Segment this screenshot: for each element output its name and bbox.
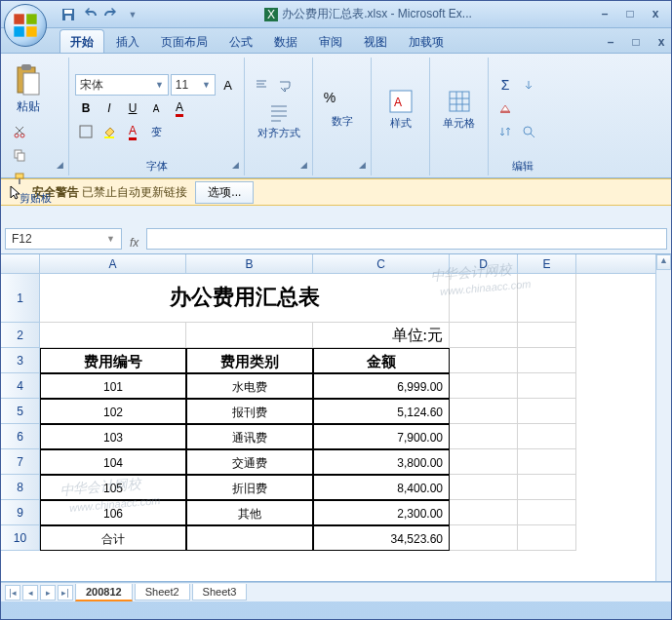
doc-maximize-button[interactable]: □ xyxy=(626,35,646,51)
close-button[interactable]: x xyxy=(646,7,665,22)
colhead-A[interactable]: A xyxy=(40,254,186,273)
spreadsheet-grid[interactable]: A B C D E 1 办公费用汇总表 2 单位:元 3 xyxy=(1,254,671,582)
cell-id[interactable]: 102 xyxy=(40,399,186,424)
cell-title[interactable]: 办公费用汇总表 xyxy=(40,274,450,323)
save-icon[interactable] xyxy=(59,6,77,23)
fill-icon[interactable] xyxy=(518,74,539,96)
cell-amount[interactable]: 6,999.00 xyxy=(313,373,450,399)
prev-sheet-icon[interactable]: ◂ xyxy=(22,585,38,601)
italic-button[interactable]: I xyxy=(99,97,120,119)
percent-button[interactable]: % xyxy=(319,87,340,108)
cell-amount[interactable]: 8,400.00 xyxy=(313,475,450,500)
rowhead-4[interactable]: 4 xyxy=(1,373,40,399)
tab-data[interactable]: 数据 xyxy=(264,30,307,53)
font-size-combo[interactable]: 11▼ xyxy=(171,74,216,96)
cell-unit[interactable]: 单位:元 xyxy=(313,323,450,348)
cells-button[interactable]: 单元格 xyxy=(436,85,482,135)
rowhead-1[interactable]: 1 xyxy=(1,274,40,323)
tab-review[interactable]: 审阅 xyxy=(309,30,352,53)
tab-formulas[interactable]: 公式 xyxy=(219,30,262,53)
clear-icon[interactable] xyxy=(494,97,516,119)
clipboard-launcher-icon[interactable]: ◢ xyxy=(53,160,66,174)
doc-minimize-button[interactable]: – xyxy=(601,35,620,51)
rowhead-10[interactable]: 10 xyxy=(1,525,40,551)
colhead-E[interactable]: E xyxy=(518,254,576,273)
select-all-corner[interactable] xyxy=(1,254,40,273)
sort-filter-icon[interactable] xyxy=(494,121,516,142)
font-name-combo[interactable]: 宋体▼ xyxy=(75,74,169,96)
tab-view[interactable]: 视图 xyxy=(354,30,397,53)
sheet-tab-sheet3[interactable]: Sheet3 xyxy=(192,584,248,601)
shrink-font-icon[interactable]: A xyxy=(145,97,167,119)
grow-font-icon[interactable]: A xyxy=(217,74,238,96)
rowhead-9[interactable]: 9 xyxy=(1,500,40,525)
header-category[interactable]: 费用类别 xyxy=(186,348,313,373)
colhead-B[interactable]: B xyxy=(186,254,313,273)
font-launcher-icon[interactable]: ◢ xyxy=(228,160,242,174)
cell-total-label[interactable]: 合计 xyxy=(40,525,186,551)
rowhead-6[interactable]: 6 xyxy=(1,424,40,449)
autosum-button[interactable]: Σ xyxy=(494,74,516,96)
cell-id[interactable]: 101 xyxy=(40,373,186,399)
cell-id[interactable]: 103 xyxy=(40,424,186,449)
font-color-icon[interactable]: A xyxy=(169,97,190,119)
next-sheet-icon[interactable]: ▸ xyxy=(40,585,56,601)
colhead-C[interactable]: C xyxy=(313,254,450,273)
security-options-button[interactable]: 选项... xyxy=(195,181,254,204)
underline-button[interactable]: U xyxy=(122,97,143,119)
tab-home[interactable]: 开始 xyxy=(59,29,104,53)
cell-category[interactable]: 报刊费 xyxy=(186,399,313,424)
cell-amount[interactable]: 5,124.60 xyxy=(313,399,450,424)
fx-icon[interactable]: fx xyxy=(126,236,142,250)
cell-total-amount[interactable]: 34,523.60 xyxy=(313,525,450,551)
rowhead-7[interactable]: 7 xyxy=(1,449,40,475)
cell-category[interactable]: 其他 xyxy=(186,500,313,525)
align-launcher-icon[interactable]: ◢ xyxy=(296,160,310,174)
cell-category[interactable]: 通讯费 xyxy=(186,424,313,449)
cell-amount[interactable]: 3,800.00 xyxy=(313,449,450,475)
styles-button[interactable]: A 样式 xyxy=(377,85,423,135)
cut-icon[interactable] xyxy=(9,121,30,142)
font-color-2-icon[interactable]: A xyxy=(122,121,143,142)
tab-insert[interactable]: 插入 xyxy=(106,30,149,53)
rowhead-2[interactable]: 2 xyxy=(1,323,40,348)
cell-id[interactable]: 105 xyxy=(40,475,186,500)
tab-addins[interactable]: 加载项 xyxy=(399,30,454,53)
cell-category[interactable]: 折旧费 xyxy=(186,475,313,500)
alignment-button[interactable]: 对齐方式 xyxy=(251,98,306,144)
colhead-D[interactable]: D xyxy=(450,254,518,273)
cell-amount[interactable]: 7,900.00 xyxy=(313,424,450,449)
format-painter-icon[interactable] xyxy=(9,168,30,189)
undo-icon[interactable] xyxy=(81,6,99,23)
header-id[interactable]: 费用编号 xyxy=(40,348,186,373)
cell-category[interactable]: 交通费 xyxy=(186,449,313,475)
scroll-up-icon[interactable]: ▲ xyxy=(656,254,671,270)
first-sheet-icon[interactable]: |◂ xyxy=(5,585,20,601)
sheet-tab-200812[interactable]: 200812 xyxy=(75,584,133,601)
find-icon[interactable] xyxy=(518,121,539,142)
minimize-button[interactable]: – xyxy=(595,7,614,22)
copy-icon[interactable] xyxy=(9,144,30,166)
rowhead-5[interactable]: 5 xyxy=(1,399,40,424)
qat-dropdown-icon[interactable]: ▼ xyxy=(124,6,141,23)
wrap-text-icon[interactable] xyxy=(274,75,296,97)
cell-category[interactable]: 水电费 xyxy=(186,373,313,399)
vertical-scrollbar[interactable]: ▲ xyxy=(655,254,671,581)
paste-button[interactable]: 粘贴 xyxy=(9,59,48,119)
number-format-button[interactable]: 数字 xyxy=(319,110,365,133)
align-top-icon[interactable] xyxy=(251,75,272,97)
rowhead-8[interactable]: 8 xyxy=(1,475,40,500)
redo-icon[interactable] xyxy=(102,6,120,23)
phonetic-icon[interactable]: 变 xyxy=(145,121,167,142)
cell-amount[interactable]: 2,300.00 xyxy=(313,500,450,525)
number-launcher-icon[interactable]: ◢ xyxy=(355,160,369,174)
name-box[interactable]: F12▼ xyxy=(5,228,122,250)
cell-id[interactable]: 106 xyxy=(40,500,186,525)
last-sheet-icon[interactable]: ▸| xyxy=(58,585,73,601)
cell-id[interactable]: 104 xyxy=(40,449,186,475)
bold-button[interactable]: B xyxy=(75,97,97,119)
header-amount[interactable]: 金额 xyxy=(313,348,450,373)
office-button[interactable] xyxy=(4,4,47,47)
formula-input[interactable] xyxy=(146,228,667,250)
fill-color-icon[interactable] xyxy=(99,121,120,142)
